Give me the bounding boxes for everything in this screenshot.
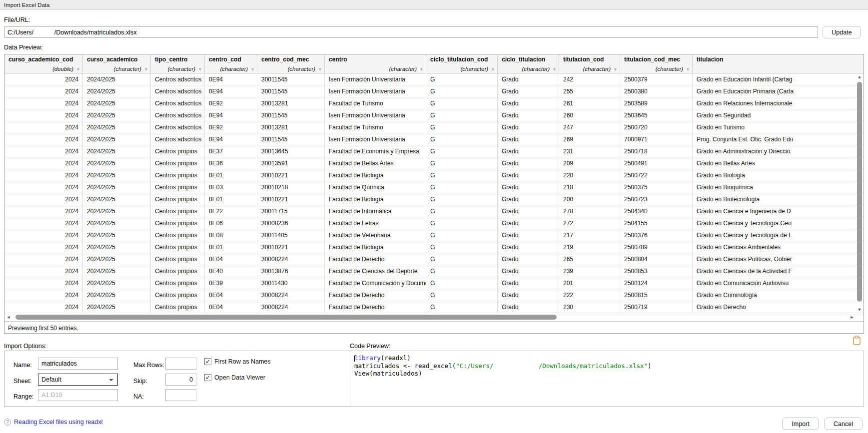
table-cell-curso_academico: 2024/2025: [83, 205, 151, 217]
column-name: titulacion: [697, 56, 862, 63]
table-cell-ciclo_titulacion: Grado: [498, 109, 559, 121]
column-header-ciclo_titulacion[interactable]: ciclo_titulacion(character)▼: [498, 54, 559, 73]
column-header-titulacion_cod_mec[interactable]: titulacion_cod_mec(character)▼: [620, 54, 693, 73]
table-cell-tipo_centro: Centros adscritos: [151, 73, 205, 85]
import-button[interactable]: Import: [782, 418, 819, 430]
column-name: titulacion_cod_mec: [624, 56, 690, 63]
table-cell-curso_academico: 2024/2025: [83, 229, 151, 241]
table-cell-centro_cod: 0E37: [205, 145, 257, 157]
max-rows-input[interactable]: [165, 358, 196, 370]
column-header-centro_cod[interactable]: centro_cod(character)▼: [205, 54, 257, 73]
name-input[interactable]: [38, 358, 118, 370]
horizontal-scroll-thumb[interactable]: [15, 315, 557, 320]
table-cell-tipo_centro: Centros propios: [151, 205, 205, 217]
table-row: 20242024/2025Centros adscritos0E94300115…: [4, 109, 864, 121]
table-cell-centro_cod: 0E01: [205, 241, 257, 253]
table-cell-titulacion_cod: 219: [559, 241, 620, 253]
table-cell-ciclo_titulacion_cod: G: [426, 181, 498, 193]
table-cell-centro_cod_mec: 30010218: [257, 181, 325, 193]
column-menu-icon[interactable]: ▼: [198, 67, 202, 72]
na-input[interactable]: [165, 389, 196, 401]
column-menu-icon[interactable]: ▼: [318, 67, 322, 72]
table-cell-centro_cod_mec: 30011545: [257, 85, 325, 97]
scroll-right-icon[interactable]: ►: [848, 315, 856, 320]
table-cell-tipo_centro: Centros propios: [151, 181, 205, 193]
table-cell-titulacion: Grado en Turismo: [693, 121, 864, 133]
table-cell-titulacion_cod_mec: 2500375: [620, 181, 693, 193]
table-cell-titulacion_cod: 218: [559, 181, 620, 193]
column-menu-icon[interactable]: ▼: [552, 67, 557, 72]
table-cell-ciclo_titulacion_cod: G: [426, 133, 498, 145]
skip-input[interactable]: [165, 374, 196, 386]
sheet-select[interactable]: Default ⌄: [38, 374, 118, 386]
vertical-scrollbar[interactable]: ▲ ▼: [856, 73, 864, 313]
table-cell-tipo_centro: Centros propios: [151, 229, 205, 241]
vertical-scroll-thumb[interactable]: [857, 82, 862, 302]
update-button[interactable]: Update: [823, 26, 861, 38]
column-menu-icon[interactable]: ▼: [419, 67, 424, 72]
code-token-string: "C:/Users/ /Downloads/matriculados.xlsx": [456, 362, 648, 370]
table-cell-tipo_centro: Centros adscritos: [151, 109, 205, 121]
table-cell-tipo_centro: Centros adscritos: [151, 97, 205, 109]
cancel-button[interactable]: Cancel: [824, 418, 863, 430]
table-cell-centro: Facultad de Turismo: [325, 97, 426, 109]
table-cell-centro: Isen Formación Universitaria: [325, 133, 426, 145]
file-url-input[interactable]: [4, 26, 818, 38]
table-cell-centro_cod_mec: 30011545: [257, 73, 325, 85]
table-cell-titulacion_cod: 272: [559, 217, 620, 229]
range-input[interactable]: [38, 389, 118, 401]
table-row: 20242024/2025Centros propios0E4030013876…: [4, 265, 864, 277]
column-menu-icon[interactable]: ▼: [76, 67, 80, 72]
table-row: 20242024/2025Centros propios0E0330010218…: [4, 181, 864, 193]
table-row: 20242024/2025Centros propios0E0430008224…: [4, 289, 864, 301]
table-cell-titulacion_cod_mec: 2500804: [620, 253, 693, 265]
table-cell-centro_cod: 0E94: [205, 133, 257, 145]
code-preview-panel[interactable]: library(readxl)matriculados <- read_exce…: [350, 351, 864, 407]
column-menu-icon[interactable]: ▼: [686, 67, 690, 72]
scroll-down-icon[interactable]: ▼: [856, 307, 864, 312]
open-data-viewer-checkbox[interactable]: ✓ Open Data Viewer: [204, 374, 265, 381]
table-cell-centro: Facultad de Ciencias del Deporte: [325, 265, 426, 277]
column-type-text: (character): [113, 66, 141, 72]
column-header-centro[interactable]: centro(character)▼: [325, 54, 426, 73]
help-link[interactable]: ? Reading Excel files using readxl: [4, 419, 102, 426]
column-name: curso_academico: [87, 56, 148, 63]
scroll-up-icon[interactable]: ▲: [856, 74, 864, 79]
column-header-tipo_centro[interactable]: tipo_centro(character)▼: [151, 54, 205, 73]
column-menu-icon[interactable]: ▼: [144, 67, 148, 72]
table-cell-tipo_centro: Centros adscritos: [151, 121, 205, 133]
table-cell-titulacion_cod: 222: [559, 289, 620, 301]
table-cell-titulacion_cod_mec: 2500380: [620, 85, 693, 97]
table-cell-centro_cod_mec: 30013281: [257, 121, 325, 133]
table-cell-centro_cod: 0E01: [205, 169, 257, 181]
table-cell-ciclo_titulacion: Grado: [498, 145, 559, 157]
table-cell-titulacion_cod: 265: [559, 253, 620, 265]
column-menu-icon[interactable]: ▼: [613, 67, 618, 72]
column-type: (character)▼: [87, 66, 148, 72]
column-type-text: (character): [522, 66, 550, 72]
table-cell-centro: Facultad de Derecho: [325, 289, 426, 301]
table-cell-centro: Facultad de Turismo: [325, 121, 426, 133]
column-header-curso_academico_cod[interactable]: curso_academico_cod(double)▼: [4, 54, 83, 73]
clipboard-copy-icon[interactable]: [853, 336, 861, 345]
table-cell-titulacion: Grado en Comunicación Audiovisu: [693, 277, 864, 289]
table-cell-titulacion_cod_mec: 2500718: [620, 145, 693, 157]
column-menu-icon[interactable]: ▼: [250, 67, 255, 72]
table-cell-curso_academico: 2024/2025: [83, 289, 151, 301]
table-cell-ciclo_titulacion_cod: G: [426, 229, 498, 241]
scroll-left-icon[interactable]: ◄: [4, 315, 12, 320]
column-header-titulacion_cod[interactable]: titulacion_cod(character)▼: [559, 54, 620, 73]
table-cell-tipo_centro: Centros propios: [151, 265, 205, 277]
table-cell-ciclo_titulacion_cod: G: [426, 109, 498, 121]
horizontal-scrollbar[interactable]: ◄ ►: [4, 313, 857, 321]
column-menu-icon[interactable]: ▼: [491, 67, 495, 72]
column-header-curso_academico[interactable]: curso_academico(character)▼: [83, 54, 151, 73]
max-rows-label: Max Rows:: [133, 362, 164, 369]
column-type-text: (character): [655, 66, 683, 72]
first-row-as-names-checkbox[interactable]: ✓ First Row as Names: [204, 358, 271, 365]
table-cell-ciclo_titulacion_cod: G: [426, 301, 498, 313]
column-header-titulacion[interactable]: titulacion: [693, 54, 864, 73]
column-header-ciclo_titulacion_cod[interactable]: ciclo_titulacion_cod(character)▼: [426, 54, 498, 73]
help-question-icon: ?: [4, 419, 11, 426]
column-header-centro_cod_mec[interactable]: centro_cod_mec(character)▼: [257, 54, 325, 73]
